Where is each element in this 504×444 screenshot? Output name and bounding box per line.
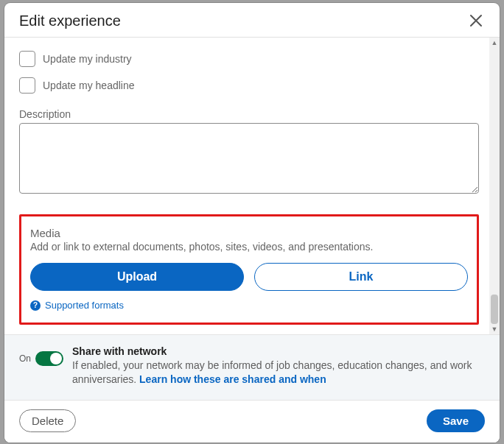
modal-footer: Delete Save	[4, 400, 500, 443]
supported-formats-link[interactable]: ? Supported formats	[30, 300, 468, 311]
share-heading: Share with network	[72, 345, 485, 357]
edit-experience-modal: Edit experience ▲ ▼ Update my industry U…	[4, 3, 500, 443]
share-body: If enabled, your network may be informed…	[72, 359, 485, 387]
update-headline-row: Update my headline	[19, 77, 479, 94]
update-headline-label: Update my headline	[43, 80, 135, 91]
description-textarea[interactable]	[19, 123, 479, 194]
toggle-knob	[50, 353, 62, 364]
scrollbar[interactable]: ▲ ▼	[489, 38, 500, 334]
modal-body: ▲ ▼ Update my industry Update my headlin…	[4, 38, 500, 334]
scroll-thumb[interactable]	[491, 295, 498, 324]
modal-header: Edit experience	[4, 3, 500, 38]
media-section: Media Add or link to external documents,…	[19, 214, 479, 325]
delete-button-label: Delete	[32, 415, 63, 427]
close-button[interactable]	[467, 12, 485, 29]
description-label: Description	[19, 108, 479, 120]
media-buttons: Upload Link	[30, 263, 468, 291]
close-icon	[469, 14, 483, 27]
save-button[interactable]: Save	[427, 409, 485, 432]
scroll-down-icon[interactable]: ▼	[489, 324, 500, 334]
update-industry-row: Update my industry	[19, 51, 479, 67]
upload-button-label: Upload	[117, 270, 157, 283]
modal-title: Edit experience	[19, 13, 121, 29]
supported-formats-label: Supported formats	[45, 300, 124, 311]
update-industry-checkbox[interactable]	[19, 51, 35, 67]
share-learn-link[interactable]: Learn how these are shared and when	[139, 373, 326, 385]
upload-button[interactable]: Upload	[30, 263, 244, 291]
scroll-up-icon[interactable]: ▲	[489, 38, 500, 48]
save-button-label: Save	[443, 415, 469, 427]
update-headline-checkbox[interactable]	[19, 77, 35, 94]
link-button-label: Link	[349, 270, 374, 283]
update-industry-label: Update my industry	[43, 53, 132, 65]
link-button[interactable]: Link	[254, 263, 468, 291]
media-title: Media	[30, 227, 468, 239]
share-toggle-group: On	[19, 351, 63, 366]
delete-button[interactable]: Delete	[19, 409, 76, 432]
share-toggle[interactable]	[35, 351, 63, 366]
share-section: On Share with network If enabled, your n…	[4, 334, 500, 400]
share-text: Share with network If enabled, your netw…	[72, 345, 485, 387]
media-subtitle: Add or link to external documents, photo…	[30, 241, 468, 253]
help-icon: ?	[30, 300, 41, 311]
share-toggle-state: On	[19, 353, 31, 364]
